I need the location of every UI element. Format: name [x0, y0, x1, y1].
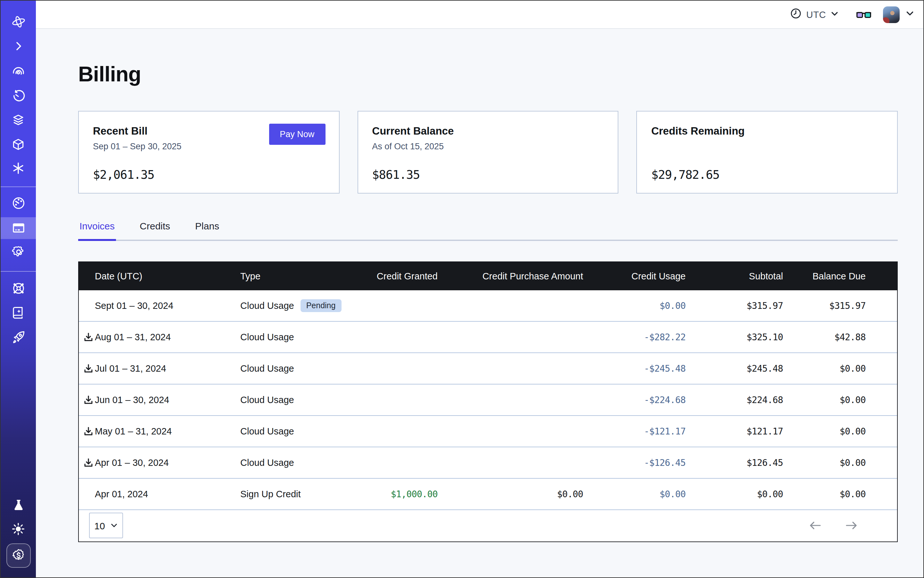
cube-icon: [11, 138, 25, 151]
download-invoice-button[interactable]: [83, 426, 94, 437]
balance-due-value: $0.00: [840, 363, 897, 373]
table-row: Jul 01 – 31, 2024 Cloud Usage -$245.48 $…: [79, 353, 897, 385]
table-row: Jun 01 – 30, 2024 Cloud Usage -$224.68 $…: [79, 385, 897, 416]
arrow-left-icon: [809, 521, 822, 531]
subtotal-value: $245.48: [747, 363, 783, 373]
sidebar-item-docs[interactable]: [1, 306, 36, 319]
pagination-arrows: [809, 521, 858, 531]
balance-due-value: $42.88: [834, 332, 897, 342]
clock-icon: [791, 7, 802, 21]
book-sparkle-icon: [11, 306, 25, 319]
invoice-date-cell: Aug 01 – 31, 2024: [79, 332, 240, 342]
gauge-icon: [11, 196, 25, 210]
gear-icon: [11, 245, 25, 259]
sun-icon: [11, 522, 25, 536]
credit-usage-value: -$282.22: [644, 332, 685, 342]
billing-tabs: Invoices Credits Plans: [78, 221, 898, 241]
sidebar-item-layers[interactable]: [1, 114, 36, 127]
timer-icon: [11, 90, 25, 103]
timezone-selector[interactable]: UTC: [791, 7, 839, 21]
invoice-type: Cloud Usage: [240, 363, 354, 373]
subtotal-value: $325.10: [747, 332, 783, 342]
credits-remaining-card: Credits Remaining $29,782.65: [637, 111, 898, 193]
sidebar-item-usage[interactable]: [1, 196, 36, 210]
table-row: Apr 01 – 30, 2024 Cloud Usage -$126.45 $…: [79, 447, 897, 479]
invoice-date: Aug 01 – 31, 2024: [95, 332, 171, 342]
sidebar-item-services[interactable]: [1, 161, 36, 175]
card-title: Current Balance: [372, 125, 604, 137]
sidebar-item-credits-badge[interactable]: [6, 543, 31, 568]
ship-wheel-icon: [11, 281, 25, 295]
sidebar-item-theme[interactable]: [1, 522, 36, 536]
download-icon: [83, 426, 94, 437]
balance-due-value: $0.00: [840, 395, 897, 405]
page-size-select[interactable]: 10: [89, 513, 123, 539]
asterisk-icon: [11, 161, 25, 175]
glasses-icon[interactable]: [856, 9, 872, 19]
card-title: Credits Remaining: [651, 125, 883, 137]
subtotal-value: $126.45: [747, 458, 783, 468]
invoice-type: Sign Up Credit: [240, 489, 354, 499]
as-of-date: As of Oct 15, 2025: [372, 141, 604, 151]
credit-usage-value: $0.00: [660, 489, 685, 499]
credit-usage-value: $0.00: [660, 300, 685, 311]
sidebar-divider: [1, 271, 36, 272]
sidebar-item-labs[interactable]: [1, 498, 36, 511]
download-invoice-button[interactable]: [83, 332, 94, 342]
sidebar-item-support[interactable]: [1, 281, 36, 295]
invoices-table: Date (UTC) Type Credit Granted Credit Pu…: [78, 261, 898, 542]
current-balance-card: Current Balance As of Oct 15, 2025 $861.…: [357, 111, 618, 193]
content: Billing Recent Bill Sep 01 – Sep 30, 202…: [36, 29, 923, 577]
sidebar-item-logo[interactable]: [1, 14, 36, 29]
tab-credits[interactable]: Credits: [138, 221, 171, 240]
download-icon: [83, 363, 94, 373]
balance-due-value: $0.00: [840, 458, 897, 468]
balance-due-value: $315.97: [829, 300, 897, 311]
tab-plans[interactable]: Plans: [194, 221, 221, 240]
invoice-date-cell: Jun 01 – 30, 2024: [79, 395, 240, 405]
pay-now-button[interactable]: Pay Now: [269, 124, 325, 145]
sidebar-item-observe[interactable]: [1, 65, 36, 79]
status-badge: Pending: [300, 299, 341, 312]
previous-page-button[interactable]: [809, 521, 822, 531]
balance-due-value: $0.00: [840, 489, 897, 499]
sidebar-item-history[interactable]: [1, 90, 36, 103]
invoice-date: Jun 01 – 30, 2024: [95, 395, 169, 405]
topbar: UTC: [36, 1, 923, 29]
download-invoice-button[interactable]: [83, 363, 94, 373]
avatar[interactable]: [883, 6, 900, 23]
balance-due-value: $0.00: [840, 426, 897, 437]
table-row: Aug 01 – 31, 2024 Cloud Usage -$282.22 $…: [79, 321, 897, 353]
column-header-type: Type: [240, 271, 354, 281]
subtotal-value: $224.68: [747, 395, 783, 405]
invoice-type: Cloud Usage: [240, 458, 354, 468]
download-icon: [83, 332, 94, 342]
main-area: UTC: [36, 1, 923, 577]
sidebar-item-billing[interactable]: [1, 217, 36, 239]
credit-usage-value: -$126.45: [644, 458, 685, 468]
credit-usage-value: -$121.17: [644, 426, 685, 437]
sidebar-item-settings[interactable]: [1, 245, 36, 259]
next-page-button[interactable]: [845, 521, 858, 531]
subtotal-value: $0.00: [757, 489, 783, 499]
sidebar-item-expand[interactable]: [1, 41, 36, 52]
invoice-type: Cloud Usage: [240, 426, 354, 437]
download-invoice-button[interactable]: [83, 458, 94, 468]
credits-remaining-amount: $29,782.65: [651, 168, 719, 181]
sidebar-item-getting-started[interactable]: [1, 330, 36, 344]
flask-icon: [12, 498, 25, 511]
page-size-value: 10: [94, 520, 105, 531]
table-row: May 01 – 31, 2024 Cloud Usage -$121.17 $…: [79, 416, 897, 447]
credit-usage-value: -$245.48: [644, 363, 685, 373]
page-title: Billing: [78, 62, 898, 86]
tab-invoices[interactable]: Invoices: [78, 221, 116, 240]
download-invoice-button[interactable]: [83, 395, 94, 405]
invoice-date: Jul 01 – 31, 2024: [95, 363, 166, 373]
app-window: UTC: [0, 0, 924, 578]
chevron-down-icon[interactable]: [905, 9, 914, 20]
invoice-type-label: Cloud Usage: [240, 300, 294, 311]
invoice-date: May 01 – 31, 2024: [95, 426, 172, 437]
sidebar-item-packages[interactable]: [1, 138, 36, 151]
layers-icon: [11, 114, 25, 127]
download-icon: [83, 458, 94, 468]
